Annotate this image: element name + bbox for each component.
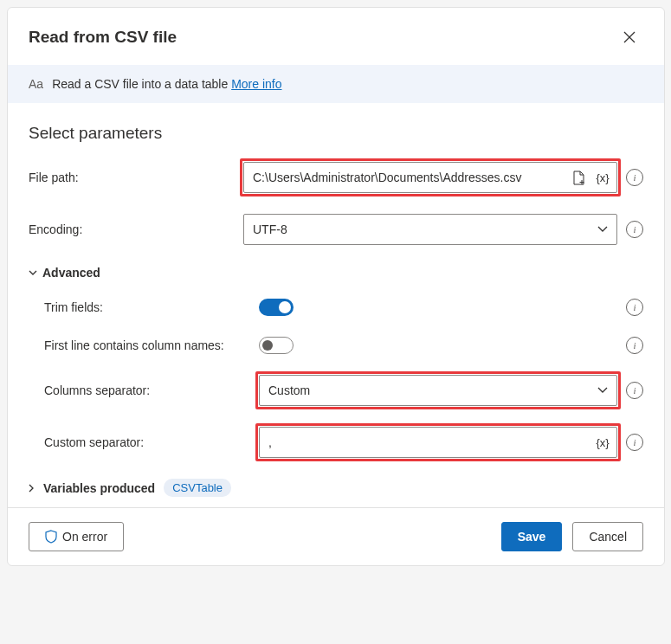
trim-fields-label: Trim fields: <box>29 300 259 314</box>
row-custom-separator: Custom separator: , {x} i <box>29 427 643 458</box>
trim-fields-toggle[interactable] <box>259 299 294 316</box>
more-info-link[interactable]: More info <box>231 77 281 91</box>
row-encoding: Encoding: UTF-8 i <box>29 214 643 245</box>
text-icon: Aa <box>29 77 43 91</box>
columns-separator-label: Columns separator: <box>29 383 259 397</box>
save-button[interactable]: Save <box>501 522 563 551</box>
close-button[interactable] <box>616 23 643 51</box>
dialog: Read from CSV file Aa Read a CSV file in… <box>7 7 665 566</box>
variable-icon: {x} <box>596 436 609 449</box>
variable-picker-button[interactable]: {x} <box>593 168 612 187</box>
row-file-path: File path: C:\Users\Administrator\Docume… <box>29 162 643 193</box>
custom-separator-label: Custom separator: <box>29 435 259 449</box>
dialog-title: Read from CSV file <box>29 28 177 47</box>
variable-badge[interactable]: CSVTable <box>164 479 231 497</box>
info-icon[interactable]: i <box>626 221 643 238</box>
file-icon <box>572 171 585 185</box>
chevron-right-icon <box>29 484 35 493</box>
on-error-button[interactable]: On error <box>29 522 124 551</box>
chevron-down-icon <box>29 270 37 276</box>
variable-icon: {x} <box>596 171 609 184</box>
columns-separator-select[interactable]: Custom <box>259 375 617 406</box>
info-icon[interactable]: i <box>626 169 643 186</box>
banner-text: Read a CSV file into a data table More i… <box>52 77 281 91</box>
first-line-label: First line contains column names: <box>29 338 259 352</box>
advanced-toggle[interactable]: Advanced <box>29 266 643 280</box>
dialog-header: Read from CSV file <box>8 8 664 65</box>
dialog-body: Select parameters File path: C:\Users\Ad… <box>8 103 664 507</box>
dialog-footer: On error Save Cancel <box>8 507 664 565</box>
variable-picker-button[interactable]: {x} <box>593 433 612 452</box>
row-first-line: First line contains column names: i <box>29 337 643 354</box>
info-icon[interactable]: i <box>626 382 643 399</box>
row-columns-separator: Columns separator: Custom i <box>29 375 643 406</box>
info-banner: Aa Read a CSV file into a data table Mor… <box>8 65 664 103</box>
file-path-input[interactable]: C:\Users\Administrator\Documents\Address… <box>243 162 617 193</box>
encoding-select[interactable]: UTF-8 <box>243 214 617 245</box>
file-picker-button[interactable] <box>569 168 588 187</box>
advanced-section: Trim fields: i First line contains colum… <box>29 299 643 458</box>
row-trim-fields: Trim fields: i <box>29 299 643 316</box>
file-path-label: File path: <box>29 171 243 184</box>
first-line-toggle[interactable] <box>259 337 294 354</box>
custom-separator-input[interactable]: , <box>259 427 617 458</box>
encoding-label: Encoding: <box>29 222 243 236</box>
chevron-down-icon <box>597 387 608 394</box>
variables-produced-label: Variables produced <box>43 481 155 495</box>
shield-icon <box>45 530 57 544</box>
info-icon[interactable]: i <box>626 337 643 354</box>
info-icon[interactable]: i <box>626 299 643 316</box>
chevron-down-icon <box>597 226 608 233</box>
section-title: Select parameters <box>29 124 643 143</box>
cancel-button[interactable]: Cancel <box>572 522 643 551</box>
close-icon <box>623 31 636 43</box>
info-icon[interactable]: i <box>626 434 643 451</box>
variables-produced-row[interactable]: Variables produced CSVTable <box>29 479 643 497</box>
